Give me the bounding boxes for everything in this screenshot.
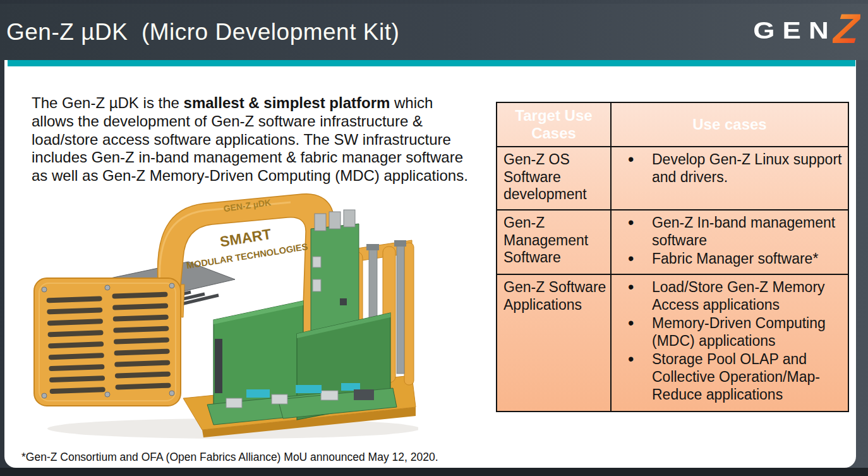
table-row: Gen-Z Management Software Gen-Z In-band … bbox=[497, 210, 848, 274]
footnote-text: *Gen-Z Consortium and OFA (Open Fabrics … bbox=[21, 451, 438, 464]
slide-header: Gen-Z µDK (Micro Development Kit) GEN Z bbox=[0, 4, 868, 60]
target-cell: Gen-Z Software Applications bbox=[497, 274, 611, 412]
device-photo: GEN-Z µDK SMART MODULAR TECHNOLOGIES bbox=[25, 190, 418, 444]
case-item: Memory-Driven Computing (MDC) applicatio… bbox=[618, 315, 844, 350]
device-brand-line1: SMART bbox=[219, 226, 272, 250]
case-item: Fabric Manager software* bbox=[618, 250, 844, 268]
case-item: Develop Gen-Z Linux support and drivers. bbox=[618, 151, 844, 186]
intro-text-bold: smallest & simplest platform bbox=[184, 94, 390, 111]
device-front-panel bbox=[34, 278, 181, 406]
device-brand-line2: MODULAR TECHNOLOGIES bbox=[186, 241, 309, 271]
case-item: Gen-Z In-band management software bbox=[618, 214, 844, 249]
device-rear-pcb bbox=[311, 210, 359, 331]
cases-cell: Load/Store Gen-Z Memory Access applicati… bbox=[611, 274, 848, 412]
intro-paragraph: The Gen-Z µDK is the smallest & simplest… bbox=[32, 94, 474, 185]
intro-text-start: The Gen-Z µDK is the bbox=[32, 94, 184, 111]
table-row: Gen-Z Software Applications Load/Store G… bbox=[497, 274, 848, 412]
slide-canvas: Gen-Z µDK (Micro Development Kit) GEN Z … bbox=[0, 0, 868, 476]
bottom-bar bbox=[0, 468, 868, 476]
genz-logo: GEN Z bbox=[753, 13, 868, 49]
genz-logo-z-text: Z bbox=[831, 8, 861, 49]
teal-divider bbox=[8, 60, 855, 66]
target-cell: Gen-Z Management Software bbox=[497, 210, 611, 274]
page-title: Gen-Z µDK (Micro Development Kit) bbox=[0, 19, 399, 46]
target-cell: Gen-Z OS Software development bbox=[497, 147, 611, 210]
table-row: Gen-Z OS Software development Develop Ge… bbox=[497, 147, 848, 210]
genz-logo-gen-text: GEN bbox=[753, 18, 836, 44]
cases-cell: Develop Gen-Z Linux support and drivers. bbox=[611, 147, 848, 210]
cases-cell: Gen-Z In-band management software Fabric… bbox=[611, 210, 848, 274]
table-header-target-use-cases: Target Use Cases bbox=[497, 102, 611, 147]
use-cases-table: Target Use Cases Use cases Gen-Z OS Soft… bbox=[496, 102, 849, 412]
table-header-row: Target Use Cases Use cases bbox=[497, 102, 848, 147]
case-item: Storage Pool OLAP and Collective Operati… bbox=[618, 351, 844, 403]
table-header-use-cases: Use cases bbox=[611, 102, 848, 147]
case-item: Load/Store Gen-Z Memory Access applicati… bbox=[618, 279, 844, 314]
